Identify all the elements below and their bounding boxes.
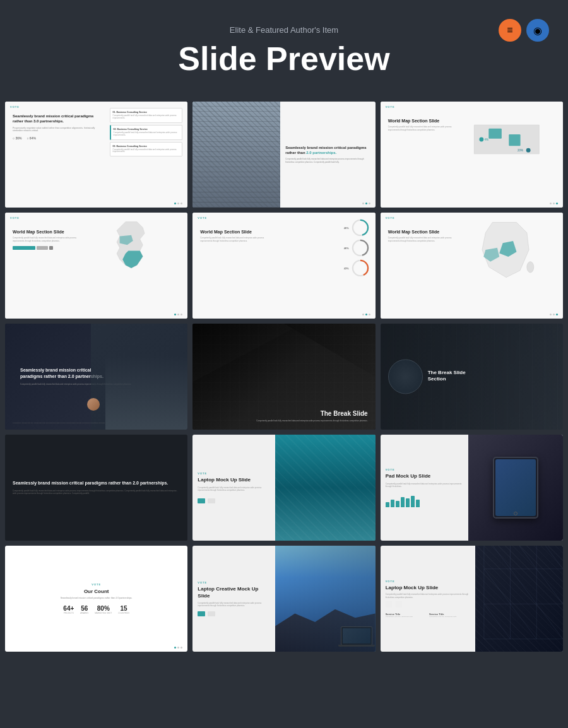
slide-2-title: Seamlessly brand mission critical paradi… [285, 146, 370, 156]
slide-2-body: Competently parallel task fully research… [285, 158, 370, 163]
slide-card-3[interactable]: VOTE World Map Section Slide Competently… [381, 102, 563, 208]
slide-10-title: Seamlessly brand mission critical paradi… [13, 480, 180, 486]
slide-5-footer [362, 314, 370, 315]
slide-card-6[interactable]: VOTE World Map Section Slide Competently… [381, 213, 563, 319]
stat-marketing: 80% MARKETING SHOT [95, 605, 112, 614]
slide-3-map: 4% 20% [460, 114, 560, 165]
slide-14-inner: VOTE Laptop Creative Mock Up Slide Compe… [192, 546, 375, 652]
slide-14-left: VOTE Laptop Creative Mock Up Slide Compe… [192, 546, 275, 652]
slide-4-body: Competently parallel task fully research… [13, 237, 83, 242]
slide-6-footer [550, 314, 558, 315]
slide-card-5[interactable]: VOTE World Map Section Slide Competently… [192, 213, 375, 319]
svg-rect-1 [509, 134, 520, 146]
slide-3-body: Competently parallel task fully research… [388, 126, 455, 131]
slides-grid: VOTE Seamlessly brand mission critical p… [0, 97, 568, 657]
slide-14-title: Laptop Creative Mock Up Slide [198, 586, 269, 599]
slide-1-title: Seamlessly brand mission critical paradi… [13, 114, 105, 124]
svg-marker-13 [484, 546, 511, 569]
slide-6-body: Competently parallel task fully research… [388, 237, 458, 242]
slide-11-inner: VOTE Laptop Mock Up Slide Competently pa… [192, 435, 375, 541]
slide-7-bottom-text: Competently parallel task fully research… [13, 422, 182, 425]
slide-12-left: VOTE Pad Mock Up Slide Competently paral… [381, 435, 468, 541]
slide-card-2[interactable]: Seamlessly brand mission critical paradi… [192, 102, 375, 208]
slide-13-inner: VOTE Our Count Seamlessly brand mission … [5, 546, 187, 652]
svg-point-12 [527, 262, 534, 273]
stat-awards: 56 AWARDS [80, 605, 88, 614]
slide-15-icons [386, 601, 470, 608]
slide-12-chart [386, 495, 463, 507]
slide-card-1[interactable]: VOTE Seamlessly brand mission critical p… [5, 102, 187, 208]
svg-text:20%: 20% [518, 149, 523, 152]
svg-marker-20 [511, 604, 537, 639]
slide-4-map [84, 219, 184, 288]
header-title: Slide Preview [13, 40, 555, 78]
slide-14-right [275, 546, 376, 652]
slide-11-body: Competently parallel task fully research… [198, 486, 269, 492]
slide-card-8[interactable]: The Break Slide Competently parallel tas… [192, 324, 375, 430]
stat-countries: 15 COUNTRIES [118, 605, 129, 614]
slide-8-title: The Break Slide [321, 409, 368, 418]
slide-12-inner: VOTE Pad Mock Up Slide Competently paral… [381, 435, 563, 541]
slide-2-footer [362, 203, 370, 204]
slide-15-inner: VOTE Laptop Mock Up Slide Competently pa… [381, 546, 563, 652]
slide-logo-3: VOTE [386, 105, 395, 109]
slide-card-9[interactable]: The Break Slide Section [381, 324, 563, 430]
svg-text:4%: 4% [484, 138, 488, 141]
slide-14-body: Competently parallel task fully research… [198, 602, 269, 608]
slide-card-11[interactable]: VOTE Laptop Mock Up Slide Competently pa… [192, 435, 375, 541]
svg-marker-21 [536, 604, 563, 639]
donut-2: 46% [344, 239, 369, 257]
slide-logo-6: VOTE [386, 216, 395, 220]
slide-6-map [459, 219, 560, 295]
slide-12-title: Pad Mock Up Slide [386, 473, 463, 479]
slide-10-body: Competently parallel task fully research… [13, 490, 180, 495]
slide-13-subtitle: Seamlessly brand mission critical paradi… [13, 597, 180, 600]
slide-5-charts: 46% 46% 43% [344, 219, 369, 277]
slide-card-13[interactable]: VOTE Our Count Seamlessly brand mission … [5, 546, 187, 652]
slide-15-title: Laptop Mock Up Slide [386, 585, 470, 590]
slide-2-photo: Seamlessly brand mission critical paradi… [192, 102, 375, 208]
svg-marker-19 [484, 604, 511, 639]
slide-5-body: Competently parallel task fully research… [200, 237, 270, 242]
slide-card-12[interactable]: VOTE Pad Mock Up Slide Competently paral… [381, 435, 563, 541]
slide-logo-1: VOTE [10, 105, 20, 109]
slide-4-title: World Map Section Slide [13, 229, 83, 235]
slide-14-laptop [341, 626, 372, 645]
slide-11-right [275, 435, 376, 541]
svg-marker-14 [511, 546, 537, 569]
slide-logo-4: VOTE [10, 216, 20, 220]
slide-12-device [493, 457, 538, 519]
slide-4-footer [174, 314, 182, 315]
svg-marker-15 [536, 546, 563, 569]
slide-5-title: World Map Section Slide [200, 229, 270, 235]
slide-4-bar [13, 246, 83, 250]
slide-9-title: The Break Slide Section [428, 370, 466, 383]
slide-15-body: Competently parallel task fully research… [386, 593, 470, 599]
donut-1: 46% [344, 219, 369, 237]
stat-projects: 64+ PROJECTS [63, 605, 74, 614]
slide-1-item-1: 01. Business Consulting Service Competen… [110, 108, 183, 123]
slide-8-body: Competently parallel task fully research… [251, 420, 368, 422]
slide-card-10[interactable]: Seamlessly brand mission critical paradi… [5, 435, 187, 541]
slide-card-7[interactable]: Seamlessly brand mission critical paradi… [5, 324, 187, 430]
svg-point-4 [526, 148, 531, 153]
slide-logo-5: VOTE [198, 216, 207, 220]
slide-13-stats: 64+ PROJECTS 56 AWARDS 80% MARKETING SHO… [13, 605, 180, 614]
svg-marker-17 [511, 569, 537, 604]
slide-11-title: Laptop Mock Up Slide [198, 477, 269, 483]
slide-6-title: World Map Section Slide [388, 229, 458, 235]
slide-13-footer [174, 647, 182, 649]
slide-12-right [468, 435, 563, 541]
donut-3: 43% [344, 259, 369, 277]
slide-1-right-panel: 01. Business Consulting Service Competen… [110, 108, 183, 158]
slide-15-right [475, 546, 563, 652]
slide-9-circle [388, 360, 423, 394]
svg-marker-16 [484, 569, 511, 604]
slide-card-4[interactable]: VOTE World Map Section Slide Competently… [5, 213, 187, 319]
slide-8-content: The Break Slide Competently parallel tas… [192, 324, 375, 430]
header-icons: ≡ ◉ [499, 19, 549, 42]
slide-card-15[interactable]: VOTE Laptop Mock Up Slide Competently pa… [381, 546, 563, 652]
badge-orange: ≡ [499, 19, 521, 42]
slide-card-14[interactable]: VOTE Laptop Creative Mock Up Slide Compe… [192, 546, 375, 652]
slide-1-stat-1: ○ 36% [13, 136, 21, 140]
